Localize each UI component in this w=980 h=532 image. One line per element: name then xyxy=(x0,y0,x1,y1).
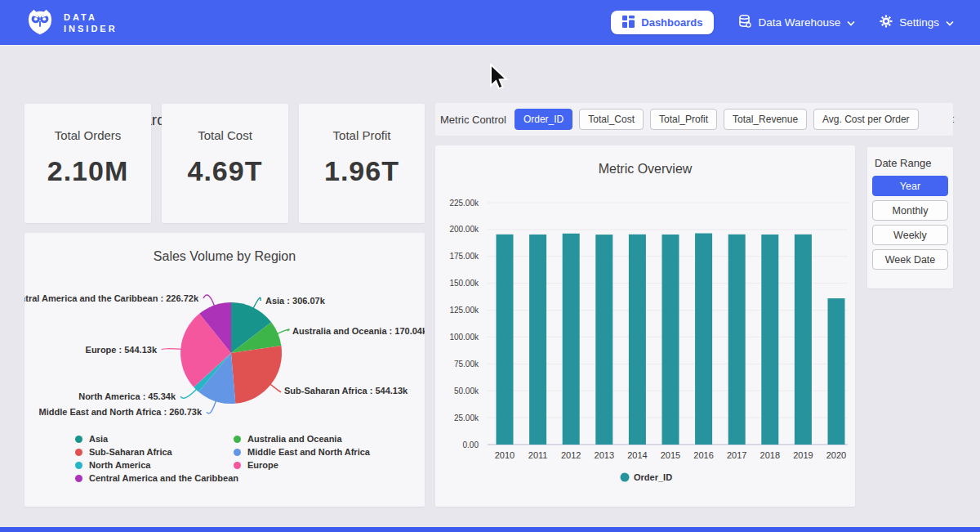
nav-settings[interactable]: Settings xyxy=(880,15,954,30)
y-axis-tick-label: 25.00k xyxy=(454,414,479,422)
legend-label: Order_ID xyxy=(634,472,672,482)
database-icon xyxy=(738,15,751,30)
date-range-option-button[interactable]: Week Date xyxy=(872,249,948,270)
pie-legend-item[interactable]: Central America and the Caribbean xyxy=(75,473,238,483)
metric-option-button[interactable]: Total_Profit xyxy=(650,109,717,130)
x-axis-tick-label: 2016 xyxy=(693,450,713,460)
pie-legend-item[interactable]: North America xyxy=(75,460,238,470)
metric-option-button[interactable]: Total_Revenue xyxy=(724,109,807,130)
top-nav-menu: Dashboards Data Warehouse xyxy=(611,11,954,34)
legend-label: Central America and the Caribbean xyxy=(89,473,238,483)
pie-legend-item[interactable]: Europe xyxy=(234,460,370,470)
bar xyxy=(529,235,546,445)
pie-label-leader xyxy=(268,382,280,392)
date-range-option-button[interactable]: Weekly xyxy=(872,225,948,245)
kpi-card: Total Profit 1.96T xyxy=(299,104,425,223)
metric-control: Metric Control Order_IDTotal_CostTotal_P… xyxy=(435,103,953,136)
pie-slice-label: North America : 45.34k xyxy=(78,391,176,401)
metric-option-button[interactable]: Total_Cost xyxy=(579,109,644,130)
bar xyxy=(595,235,612,445)
footer-bar xyxy=(0,527,980,532)
nav-data-warehouse-label: Data Warehouse xyxy=(758,16,840,29)
chevron-down-icon xyxy=(847,16,855,29)
y-axis-tick-label: 225.00k xyxy=(449,199,479,208)
legend-label: Australia and Oceania xyxy=(247,434,342,444)
x-axis-tick-label: 2014 xyxy=(627,450,647,460)
kpi-card: Total Cost 4.69T xyxy=(162,104,288,223)
pie-slice-label: Asia : 306.07k xyxy=(265,296,326,306)
date-range-option-button[interactable]: Monthly xyxy=(872,200,948,221)
legend-dot-icon xyxy=(234,436,241,443)
y-axis-tick-label: 125.00k xyxy=(449,306,479,315)
bar-chart-legend[interactable]: Order_ID xyxy=(621,472,673,482)
x-axis-tick-label: 2012 xyxy=(561,450,581,460)
brand[interactable]: DATA INSIDER xyxy=(24,6,118,40)
date-range-buttons: YearMonthlyWeeklyWeek Date xyxy=(872,176,948,270)
x-axis-tick-label: 2019 xyxy=(793,450,813,460)
nav-dashboards-button[interactable]: Dashboards xyxy=(611,11,714,34)
kpi-label: Total Orders xyxy=(55,128,122,142)
legend-dot-icon xyxy=(75,449,82,456)
pie-chart-title: Sales Volume by Region xyxy=(24,249,425,264)
legend-dot-icon xyxy=(234,449,241,456)
bar-chart-card: Metric Overview 0.0025.00k50.00k75.00k10… xyxy=(435,145,855,507)
pie-slice xyxy=(231,346,282,404)
legend-label: Sub-Saharan Africa xyxy=(89,447,172,457)
y-axis-tick-label: 75.00k xyxy=(454,360,479,369)
date-range-label: Date Range xyxy=(875,157,948,169)
y-axis-tick-label: 0.00 xyxy=(463,440,479,449)
pie-label-leader xyxy=(162,349,184,350)
chevron-down-icon xyxy=(946,16,954,29)
legend-dot-icon xyxy=(75,475,82,482)
metric-control-label: Metric Control xyxy=(440,114,506,126)
metric-option-button[interactable]: Avg. Cost per Order xyxy=(813,109,919,130)
metric-buttons: Order_IDTotal_CostTotal_ProfitTotal_Reve… xyxy=(514,109,919,130)
pie-legend-item[interactable]: Middle East and North Africa xyxy=(234,447,370,457)
nav-data-warehouse[interactable]: Data Warehouse xyxy=(738,15,855,30)
pie-slice-label: Australia and Oceania : 170.04k xyxy=(292,326,425,336)
x-axis-tick-label: 2020 xyxy=(826,450,846,460)
legend-dot-icon xyxy=(75,462,82,469)
pie-legend-item[interactable]: Sub-Saharan Africa xyxy=(75,447,238,457)
owl-logo-icon xyxy=(24,6,56,40)
x-axis-tick-label: 2017 xyxy=(727,450,746,460)
y-axis-tick-label: 200.00k xyxy=(449,225,479,234)
x-axis-tick-label: 2011 xyxy=(528,450,548,460)
y-axis-tick-label: 50.00k xyxy=(454,387,479,396)
y-axis-tick-label: 100.00k xyxy=(449,333,479,342)
kpi-label: Total Profit xyxy=(333,128,391,142)
gear-icon xyxy=(880,15,893,30)
pie-legend-item[interactable]: Australia and Oceania xyxy=(234,434,370,444)
legend-dot-icon xyxy=(621,473,630,482)
date-range-option-button[interactable]: Year xyxy=(872,176,948,196)
metric-option-button[interactable]: Order_ID xyxy=(514,109,572,130)
legend-dot-icon xyxy=(75,436,82,443)
bar xyxy=(563,234,580,445)
x-axis-tick-label: 2015 xyxy=(661,450,680,460)
pie-legend-item[interactable]: Asia xyxy=(75,434,238,444)
brand-name: DATA INSIDER xyxy=(64,11,118,34)
top-nav: DATA INSIDER Dashboards xyxy=(0,0,980,45)
pie-legend-column-1: Asia Sub-Saharan Africa North America Ce… xyxy=(75,434,238,483)
kpi-value: 4.69T xyxy=(188,155,263,187)
bar xyxy=(497,235,514,445)
legend-label: Middle East and North Africa xyxy=(247,447,370,457)
bar-chart: 0.0025.00k50.00k75.00k100.00k125.00k150.… xyxy=(435,145,855,507)
pie-slice-label: Europe : 544.13k xyxy=(86,345,158,355)
kpi-value: 1.96T xyxy=(324,155,399,187)
bar xyxy=(761,235,778,445)
dashboard-header: Sales Dashboard Add Filter Boost: Off xyxy=(0,45,980,101)
pie-chart-card: Sales Volume by Region Asia : 306.07kAus… xyxy=(24,233,425,507)
bar xyxy=(828,298,845,445)
legend-label: Asia xyxy=(89,434,108,444)
kpi-value: 2.10M xyxy=(47,155,129,187)
bar xyxy=(695,233,712,445)
pie-label-leader xyxy=(252,297,261,311)
nav-dashboards-label: Dashboards xyxy=(641,16,702,29)
legend-dot-icon xyxy=(234,462,241,469)
sales-dashboard-page: DATA INSIDER Dashboards xyxy=(0,0,980,532)
y-axis-tick-label: 150.00k xyxy=(449,279,479,288)
legend-label: Europe xyxy=(247,460,278,470)
x-axis-tick-label: 2013 xyxy=(595,450,614,460)
x-axis-tick-label: 2018 xyxy=(760,450,780,460)
